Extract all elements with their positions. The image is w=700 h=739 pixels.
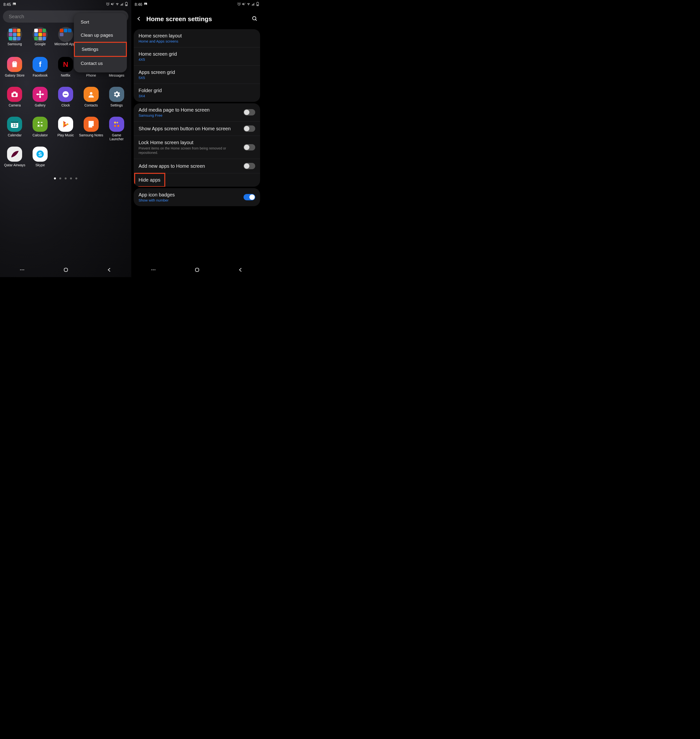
app-label: Game Launcher xyxy=(104,133,129,141)
menu-clean-up[interactable]: Clean up pages xyxy=(74,29,127,42)
app-label: Skype xyxy=(35,163,45,167)
app-camera[interactable]: Camera xyxy=(3,87,27,112)
row-title: App icon badges xyxy=(138,192,244,198)
row-title: Home screen layout xyxy=(138,33,255,39)
toggle-add-new-apps[interactable] xyxy=(244,163,255,169)
row-folder-grid[interactable]: Folder grid 3X4 xyxy=(134,84,260,102)
phone-app-drawer: 8:45 Search xyxy=(0,0,131,277)
page-dot[interactable] xyxy=(54,177,56,180)
row-show-apps-button[interactable]: Show Apps screen button on Home screen xyxy=(134,122,260,136)
nav-back[interactable] xyxy=(238,267,244,274)
nav-home[interactable] xyxy=(194,267,200,274)
nav-recents[interactable] xyxy=(19,266,25,274)
qatar-icon xyxy=(7,147,22,162)
app-label: Calculator xyxy=(32,133,48,137)
svg-point-20 xyxy=(37,93,39,95)
app-label: Google xyxy=(35,42,46,46)
menu-settings[interactable]: Settings xyxy=(74,42,127,57)
app-label: Qatar Airways xyxy=(4,163,25,167)
svg-rect-51 xyxy=(257,2,258,3)
svg-point-31 xyxy=(65,122,67,124)
row-home-screen-grid[interactable]: Home screen grid 4X5 xyxy=(134,47,260,66)
camera-icon xyxy=(7,87,22,102)
search-button[interactable] xyxy=(252,16,257,23)
phone-settings: 8:46 Home screen settings xyxy=(131,0,263,277)
app-placeholder xyxy=(79,147,103,172)
app-play-music[interactable]: Play Music xyxy=(53,117,78,142)
signal-icon xyxy=(251,2,255,7)
row-title: Apps screen grid xyxy=(138,69,255,75)
app-qatar-airways[interactable]: Qatar Airways xyxy=(3,147,27,172)
toggle-lock-layout[interactable] xyxy=(244,144,255,150)
svg-point-19 xyxy=(40,95,41,98)
menu-sort[interactable]: Sort xyxy=(74,16,127,29)
row-title: Hide apps xyxy=(138,177,160,183)
row-app-icon-badges[interactable]: App icon badges Show with number xyxy=(134,188,260,206)
app-label: Contacts xyxy=(84,103,98,107)
alarm-icon xyxy=(237,2,241,7)
app-clock[interactable]: Clock xyxy=(53,87,78,112)
app-game-launcher[interactable]: Game Launcher xyxy=(104,117,129,142)
app-samsung-notes[interactable]: Samsung Notes xyxy=(79,117,103,142)
app-galaxy-store[interactable]: Galaxy Store xyxy=(3,57,27,82)
galaxy-store-icon xyxy=(7,57,22,72)
app-facebook[interactable]: f Facebook xyxy=(28,57,53,82)
row-hide-apps[interactable]: Hide apps xyxy=(134,173,260,187)
nav-home[interactable] xyxy=(63,267,69,274)
nav-back[interactable] xyxy=(106,267,112,274)
menu-contact-us[interactable]: Contact us xyxy=(74,57,127,70)
row-subtitle: 3X4 xyxy=(138,94,255,98)
row-lock-layout[interactable]: Lock Home screen layout Prevent items on… xyxy=(134,136,260,159)
app-skype[interactable]: S Skype xyxy=(28,147,53,172)
svg-text:S: S xyxy=(38,151,42,157)
svg-rect-5 xyxy=(121,4,122,6)
app-samsung-folder[interactable]: Samsung xyxy=(3,27,27,53)
nav-recents[interactable] xyxy=(150,266,156,274)
svg-text:12: 12 xyxy=(12,123,17,128)
status-bar: 8:46 xyxy=(131,0,263,8)
settings-header: Home screen settings xyxy=(131,8,263,28)
app-label: Microsoft Apps xyxy=(54,42,77,46)
toggle-show-apps-button[interactable] xyxy=(244,125,255,132)
toggle-icon-badges[interactable] xyxy=(244,194,255,200)
row-title: Add new apps to Home screen xyxy=(138,163,244,169)
svg-rect-41 xyxy=(64,268,68,272)
svg-point-43 xyxy=(145,3,146,4)
app-label: Settings xyxy=(110,103,123,107)
app-label: Galaxy Store xyxy=(5,74,25,77)
back-button[interactable] xyxy=(136,16,142,23)
app-calendar[interactable]: 12 Calendar xyxy=(3,117,27,142)
app-label: Play Music xyxy=(57,133,74,137)
app-calculator[interactable]: Calculator xyxy=(28,117,53,142)
page-dot[interactable] xyxy=(65,177,66,180)
row-subtitle: 4X5 xyxy=(138,57,255,62)
page-dot[interactable] xyxy=(70,177,72,180)
signal-icon xyxy=(120,2,124,7)
row-title: Lock Home screen layout xyxy=(138,140,244,145)
row-add-media-page[interactable]: Add media page to Home screen Samsung Fr… xyxy=(134,103,260,122)
app-settings[interactable]: Settings xyxy=(104,87,129,112)
page-indicator[interactable] xyxy=(0,177,131,180)
app-google-folder[interactable]: Google xyxy=(28,27,53,53)
netflix-icon: N xyxy=(58,57,73,72)
svg-rect-6 xyxy=(122,3,123,6)
app-contacts[interactable]: Contacts xyxy=(79,87,103,112)
svg-line-54 xyxy=(256,19,257,21)
app-label: Samsung xyxy=(7,42,22,46)
search-placeholder: Search xyxy=(9,14,24,19)
app-label: Clock xyxy=(61,103,70,107)
toggle-media-page[interactable] xyxy=(244,109,255,115)
calculator-icon xyxy=(32,117,48,132)
svg-rect-16 xyxy=(13,92,16,93)
page-dot[interactable] xyxy=(75,177,77,180)
row-home-screen-layout[interactable]: Home screen layout Home and Apps screens xyxy=(134,29,260,47)
row-apps-screen-grid[interactable]: Apps screen grid 5X5 xyxy=(134,66,260,84)
app-gallery[interactable]: Gallery xyxy=(28,87,53,112)
svg-point-35 xyxy=(117,125,119,127)
page-title: Home screen settings xyxy=(146,15,247,23)
game-launcher-icon xyxy=(109,117,124,132)
page-dot[interactable] xyxy=(59,177,61,180)
row-subtitle: Show with number xyxy=(138,198,244,202)
row-title: Folder grid xyxy=(138,88,255,93)
row-add-new-apps[interactable]: Add new apps to Home screen xyxy=(134,159,260,173)
